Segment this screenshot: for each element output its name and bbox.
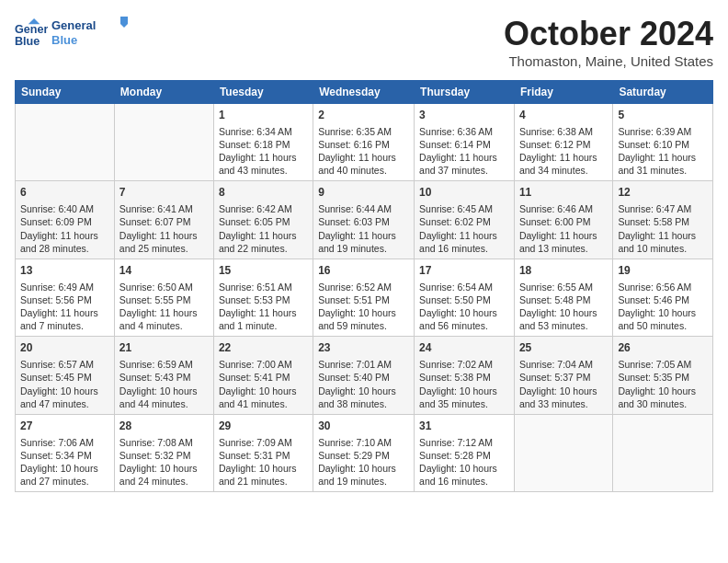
- day-info: Sunrise: 6:52 AM: [318, 281, 409, 293]
- day-info: Sunrise: 7:08 AM: [119, 436, 209, 449]
- calendar-table: SundayMondayTuesdayWednesdayThursdayFrid…: [15, 80, 713, 492]
- day-info: Sunrise: 6:34 AM: [219, 125, 308, 138]
- day-number: 3: [419, 108, 509, 123]
- day-number: 30: [318, 419, 409, 434]
- day-info: Daylight: 11 hours and 22 minutes.: [219, 229, 308, 255]
- day-info: Daylight: 11 hours and 19 minutes.: [318, 229, 409, 255]
- day-number: 31: [419, 419, 509, 434]
- calendar-cell: 28Sunrise: 7:08 AMSunset: 5:32 PMDayligh…: [114, 414, 213, 491]
- day-info: Sunset: 6:10 PM: [618, 138, 708, 151]
- day-info: Sunset: 5:37 PM: [519, 371, 608, 384]
- day-number: 17: [419, 263, 509, 279]
- day-number: 18: [519, 263, 608, 279]
- day-number: 1: [219, 108, 308, 123]
- day-info: Sunset: 6:18 PM: [219, 138, 308, 151]
- calendar-cell: 15Sunrise: 6:51 AMSunset: 5:53 PMDayligh…: [213, 259, 313, 336]
- day-info: Sunrise: 6:45 AM: [419, 202, 509, 215]
- calendar-cell: 20Sunrise: 6:57 AMSunset: 5:45 PMDayligh…: [16, 337, 115, 414]
- day-number: 19: [618, 263, 708, 279]
- logo: General Blue General Blue: [15, 15, 134, 55]
- svg-text:Blue: Blue: [51, 33, 77, 47]
- day-info: Sunrise: 7:02 AM: [419, 358, 509, 371]
- day-info: Sunset: 6:16 PM: [318, 138, 409, 151]
- day-info: Sunset: 5:43 PM: [119, 371, 209, 384]
- day-info: Daylight: 10 hours and 56 minutes.: [419, 306, 509, 332]
- day-info: Daylight: 10 hours and 41 minutes.: [219, 385, 308, 410]
- week-row-5: 27Sunrise: 7:06 AMSunset: 5:34 PMDayligh…: [16, 414, 713, 491]
- logo-icon: General Blue: [15, 18, 48, 52]
- day-info: Sunset: 5:50 PM: [419, 293, 509, 306]
- day-info: Daylight: 10 hours and 21 minutes.: [219, 462, 308, 488]
- month-title: October 2024: [504, 15, 713, 53]
- day-info: Sunrise: 6:44 AM: [318, 202, 409, 215]
- calendar-cell: 24Sunrise: 7:02 AMSunset: 5:38 PMDayligh…: [415, 337, 515, 414]
- day-number: 12: [618, 185, 708, 201]
- calendar-cell: 18Sunrise: 6:55 AMSunset: 5:48 PMDayligh…: [514, 259, 612, 336]
- day-info: Daylight: 11 hours and 40 minutes.: [318, 151, 409, 177]
- calendar-cell: 8Sunrise: 6:42 AMSunset: 6:05 PMDaylight…: [213, 181, 313, 259]
- day-info: Daylight: 11 hours and 37 minutes.: [419, 151, 509, 177]
- day-info: Sunrise: 6:54 AM: [419, 281, 509, 293]
- day-number: 29: [219, 419, 308, 434]
- day-info: Sunset: 6:12 PM: [519, 138, 608, 151]
- week-row-2: 6Sunrise: 6:40 AMSunset: 6:09 PMDaylight…: [16, 181, 713, 259]
- day-info: Sunrise: 7:05 AM: [618, 358, 708, 371]
- day-info: Sunset: 5:51 PM: [318, 293, 409, 306]
- location: Thomaston, Maine, United States: [504, 53, 713, 69]
- day-info: Sunrise: 6:46 AM: [519, 202, 608, 215]
- calendar-cell: 12Sunrise: 6:47 AMSunset: 5:58 PMDayligh…: [613, 181, 713, 259]
- day-info: Daylight: 11 hours and 13 minutes.: [519, 229, 608, 255]
- calendar-cell: 14Sunrise: 6:50 AMSunset: 5:55 PMDayligh…: [114, 259, 213, 336]
- day-info: Sunset: 5:58 PM: [618, 215, 708, 228]
- day-info: Daylight: 11 hours and 4 minutes.: [119, 306, 209, 332]
- day-number: 15: [219, 263, 308, 279]
- day-number: 8: [219, 185, 308, 201]
- day-info: Daylight: 10 hours and 38 minutes.: [318, 385, 409, 410]
- day-info: Sunset: 5:41 PM: [219, 371, 308, 384]
- day-info: Sunset: 5:29 PM: [318, 449, 409, 462]
- week-row-1: 1Sunrise: 6:34 AMSunset: 6:18 PMDaylight…: [16, 104, 713, 181]
- day-info: Sunrise: 6:57 AM: [20, 358, 109, 371]
- calendar-cell: 22Sunrise: 7:00 AMSunset: 5:41 PMDayligh…: [213, 337, 313, 414]
- calendar-cell: [514, 414, 612, 491]
- day-info: Sunrise: 7:12 AM: [419, 436, 509, 449]
- day-info: Sunrise: 6:47 AM: [618, 202, 708, 215]
- day-info: Sunrise: 6:38 AM: [519, 125, 608, 138]
- day-number: 23: [318, 340, 409, 356]
- day-number: 5: [618, 108, 708, 123]
- day-info: Sunset: 5:55 PM: [119, 293, 209, 306]
- day-info: Daylight: 11 hours and 25 minutes.: [119, 229, 209, 255]
- calendar-cell: 17Sunrise: 6:54 AMSunset: 5:50 PMDayligh…: [415, 259, 515, 336]
- day-info: Daylight: 11 hours and 31 minutes.: [618, 151, 708, 177]
- svg-text:Blue: Blue: [15, 35, 40, 48]
- calendar-cell: [16, 104, 115, 181]
- day-info: Sunset: 6:02 PM: [419, 215, 509, 228]
- calendar-cell: 5Sunrise: 6:39 AMSunset: 6:10 PMDaylight…: [613, 104, 713, 181]
- day-number: 11: [519, 185, 608, 201]
- day-info: Daylight: 10 hours and 53 minutes.: [519, 306, 608, 332]
- day-info: Sunset: 5:32 PM: [119, 449, 209, 462]
- day-info: Sunrise: 7:00 AM: [219, 358, 308, 371]
- logo-svg: General Blue: [51, 15, 134, 52]
- day-info: Sunrise: 7:10 AM: [318, 436, 409, 449]
- day-info: Sunset: 6:07 PM: [119, 215, 209, 228]
- calendar-cell: 7Sunrise: 6:41 AMSunset: 6:07 PMDaylight…: [114, 181, 213, 259]
- day-info: Daylight: 10 hours and 33 minutes.: [519, 385, 608, 410]
- calendar-cell: 29Sunrise: 7:09 AMSunset: 5:31 PMDayligh…: [213, 414, 313, 491]
- week-row-4: 20Sunrise: 6:57 AMSunset: 5:45 PMDayligh…: [16, 337, 713, 414]
- calendar-cell: [114, 104, 213, 181]
- calendar-cell: 9Sunrise: 6:44 AMSunset: 6:03 PMDaylight…: [313, 181, 415, 259]
- day-number: 9: [318, 185, 409, 201]
- calendar-cell: 10Sunrise: 6:45 AMSunset: 6:02 PMDayligh…: [415, 181, 515, 259]
- calendar-cell: 1Sunrise: 6:34 AMSunset: 6:18 PMDaylight…: [213, 104, 313, 181]
- day-number: 20: [20, 340, 109, 356]
- svg-text:General: General: [51, 18, 96, 32]
- day-info: Sunrise: 6:55 AM: [519, 281, 608, 293]
- day-info: Sunset: 5:28 PM: [419, 449, 509, 462]
- day-number: 25: [519, 340, 608, 356]
- calendar-cell: 27Sunrise: 7:06 AMSunset: 5:34 PMDayligh…: [16, 414, 115, 491]
- day-info: Sunset: 6:03 PM: [318, 215, 409, 228]
- day-info: Daylight: 10 hours and 16 minutes.: [419, 462, 509, 488]
- day-info: Daylight: 11 hours and 43 minutes.: [219, 151, 308, 177]
- svg-marker-4: [120, 17, 128, 28]
